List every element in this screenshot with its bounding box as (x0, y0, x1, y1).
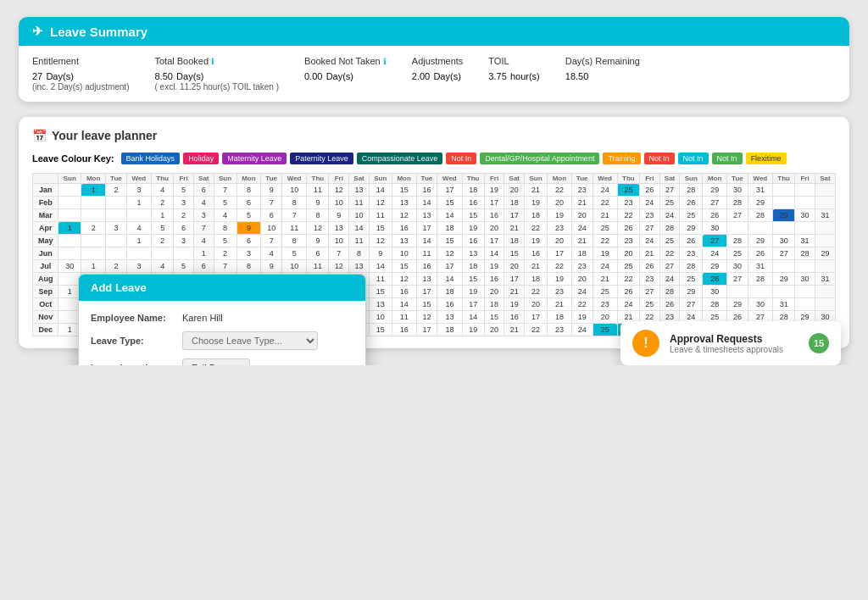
day-h-fri4: Fri (639, 174, 659, 184)
day-h-tue1: Tue (106, 174, 127, 184)
leave-summary-body: Entitlement 27 Day(s) (inc. 2 Day(s) adj… (19, 46, 849, 102)
day-h-fri3: Fri (484, 174, 504, 184)
booked-not-taken-label: Booked Not Taken ℹ (304, 56, 387, 66)
day-h-mon5: Mon (703, 174, 727, 184)
key-compassionate: Compassionate Leave (357, 153, 443, 164)
key-maternity: Maternity Leave (222, 153, 287, 164)
day-h-sat4: Sat (659, 174, 680, 184)
key-dental: Dental/GP/Hospital Appointment (480, 153, 599, 164)
table-row: Jul 30 1 2 3 4 5 6 7 8 9 10 11 12 (33, 260, 836, 273)
day-h-tue3: Tue (416, 174, 437, 184)
booked-not-taken-info-icon[interactable]: ℹ (383, 57, 387, 66)
entitlement-label: Entitlement (32, 56, 129, 66)
planner-title: 📅 Your leave planner (32, 129, 836, 142)
day-h-sun3: Sun (369, 174, 392, 184)
day-h-sun2: Sun (214, 174, 236, 184)
day-h-thu3: Thu (462, 174, 484, 184)
table-row: Jun 1 2 3 4 5 6 7 8 (33, 247, 836, 260)
month-mar: Mar (33, 209, 58, 222)
leave-summary-card: ✈ Leave Summary Entitlement 27 Day(s) (i… (19, 17, 849, 102)
month-jul: Jul (33, 260, 58, 273)
month-jan: Jan (33, 184, 58, 197)
day-h-tue4: Tue (571, 174, 593, 184)
month-header (33, 174, 58, 184)
month-sep: Sep (33, 286, 58, 298)
total-booked-sub: ( excl. 11.25 hour(s) TOIL taken ) (154, 82, 279, 92)
toil-value: 3.75 hour(s) (488, 68, 539, 82)
modal-header: Add Leave (79, 275, 365, 301)
day-h-mon2: Mon (236, 174, 261, 184)
booked-not-taken-value: 0.00 Day(s) (304, 68, 387, 82)
day-h-thu5: Thu (773, 174, 795, 184)
day-h-sat2: Sat (349, 174, 370, 184)
day-h-fri5: Fri (795, 174, 815, 184)
day-h-wed5: Wed (748, 174, 772, 184)
summary-entitlement: Entitlement 27 Day(s) (inc. 2 Day(s) adj… (32, 56, 129, 92)
month-apr: Apr (33, 222, 58, 235)
leave-length-label: Leave Length: (91, 363, 175, 365)
toast-count-badge: 15 (809, 333, 829, 353)
table-row: Feb 1 2 3 4 5 6 7 8 9 10 11 (33, 197, 836, 209)
summary-total-booked: Total Booked ℹ 8.50 Day(s) ( excl. 11.25… (154, 56, 279, 92)
colour-key-label: Leave Colour Key: (32, 153, 114, 164)
leave-summary-title: Leave Summary (50, 25, 147, 39)
days-remaining-value: 18.50 (565, 68, 640, 82)
summary-days-remaining: Day(s) Remaining 18.50 (565, 56, 640, 92)
leave-type-label: Leave Type: (91, 336, 175, 346)
toast-subtitle: Leave & timesheets approvals (670, 345, 783, 354)
key-not-in-1: Not In (446, 153, 476, 164)
day-h-wed4: Wed (593, 174, 617, 184)
summary-toil: TOIL 3.75 hour(s) (488, 56, 539, 92)
month-feb: Feb (33, 197, 58, 209)
table-row: Jan 1 2 3 4 5 6 7 8 9 10 11 12 (33, 184, 836, 197)
key-training: Training (603, 153, 640, 164)
calendar-icon: 📅 (32, 129, 47, 142)
employee-name-value: Karen Hill (182, 313, 223, 323)
main-container: ✈ Leave Summary Entitlement 27 Day(s) (i… (19, 17, 849, 348)
key-not-in-3: Not In (678, 153, 709, 164)
month-dec: Dec (33, 324, 58, 336)
adjustments-value: 2.00 Day(s) (412, 68, 464, 82)
day-h-tue2: Tue (261, 174, 282, 184)
key-not-in-4: Not In (712, 153, 743, 164)
entitlement-value: 27 Day(s) (32, 68, 129, 82)
key-bank-holidays: Bank Holidays (121, 153, 181, 164)
day-h-wed3: Wed (437, 174, 462, 184)
toast-text: Approval Requests Leave & timesheets app… (670, 333, 783, 354)
month-nov: Nov (33, 311, 58, 324)
toil-label: TOIL (488, 56, 539, 66)
adjustments-label: Adjustments (412, 56, 464, 66)
month-oct: Oct (33, 298, 58, 311)
total-booked-info-icon[interactable]: ℹ (211, 57, 214, 66)
day-h-sun4: Sun (525, 174, 548, 184)
day-h-thu2: Thu (307, 174, 329, 184)
day-h-sat5: Sat (815, 174, 835, 184)
entitlement-sub: (inc. 2 Day(s) adjustment) (32, 82, 129, 92)
month-aug: Aug (33, 273, 58, 286)
day-h-mon3: Mon (392, 174, 416, 184)
month-jun: Jun (33, 247, 58, 260)
colour-key: Leave Colour Key: Bank Holidays Holiday … (32, 153, 836, 164)
key-holiday: Holiday (183, 153, 219, 164)
day-header-row: Sun Mon Tue Wed Thu Fri Sat Sun Mon Tue … (33, 174, 836, 184)
modal-title: Add Leave (91, 281, 147, 294)
summary-booked-not-taken: Booked Not Taken ℹ 0.00 Day(s) (304, 56, 387, 92)
day-h-tue5: Tue (727, 174, 748, 184)
leave-planner-card: 📅 Your leave planner Leave Colour Key: B… (19, 117, 849, 348)
employee-name-label: Employee Name: (91, 313, 175, 323)
table-row: May 1 2 3 4 5 6 7 8 9 10 11 (33, 235, 836, 247)
leave-summary-header: ✈ Leave Summary (19, 17, 849, 46)
plane-icon: ✈ (32, 24, 43, 39)
month-may: May (33, 235, 58, 247)
day-h-wed1: Wed (126, 174, 151, 184)
approval-toast[interactable]: ! Approval Requests Leave & timesheets a… (620, 321, 841, 365)
leave-type-select[interactable]: Choose Leave Type... (182, 331, 318, 350)
day-h-mon1: Mon (81, 174, 106, 184)
leave-length-select[interactable]: Full Day Half Day AM Half Day PM (182, 358, 250, 365)
table-row: Mar 1 2 3 4 5 6 7 8 9 10 (33, 209, 836, 222)
day-h-fri1: Fri (174, 174, 194, 184)
day-h-sun1: Sun (58, 174, 81, 184)
day-h-wed2: Wed (282, 174, 307, 184)
day-h-fri2: Fri (329, 174, 349, 184)
key-flexitime: Flexitime (746, 153, 787, 164)
